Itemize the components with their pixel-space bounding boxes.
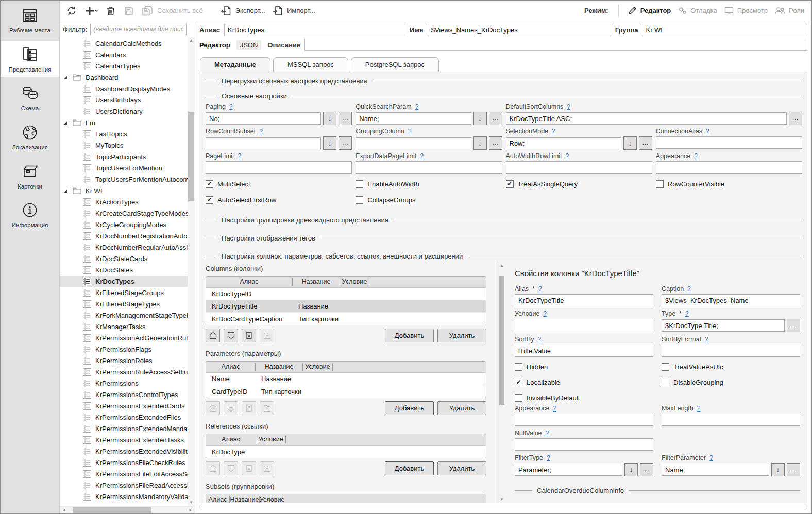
tree-item[interactable]: KrDocTypes xyxy=(60,276,188,287)
expander-icon[interactable] xyxy=(63,189,72,193)
filter-input[interactable] xyxy=(90,24,187,35)
document-button[interactable] xyxy=(242,329,256,342)
dropdown-button[interactable]: ↓ xyxy=(323,112,336,125)
column-type-input[interactable] xyxy=(662,319,785,332)
help-link[interactable]: ? xyxy=(415,103,419,110)
document-button[interactable] xyxy=(242,401,256,415)
tree-item[interactable]: KrForkManagementStageTypeMo xyxy=(60,310,188,321)
help-link[interactable]: ? xyxy=(705,336,708,343)
scrollbar-thumb[interactable] xyxy=(188,112,194,201)
table-row[interactable]: KrDocCardTypeCaptionТип карточки xyxy=(206,313,486,325)
badge-minus-button[interactable] xyxy=(224,401,238,415)
dropdown-button[interactable]: ↓ xyxy=(323,136,336,150)
help-link[interactable]: ? xyxy=(687,285,691,293)
alias-input[interactable] xyxy=(224,24,405,36)
column-header[interactable]: Условие xyxy=(303,363,333,371)
checkbox-EnableAutoWidth[interactable]: EnableAutoWidth xyxy=(356,180,502,188)
tree-item[interactable]: CalendarCalcMethods xyxy=(60,38,188,49)
tree-item[interactable]: TopicUsersForMentionAutocomp xyxy=(60,174,188,185)
quick-search-param-input[interactable] xyxy=(356,112,471,125)
table-row[interactable]: KrDocTypeTitleНазвание xyxy=(206,300,486,313)
tree-item[interactable]: UsersDictionary xyxy=(60,106,188,117)
tree-item[interactable]: TopicUsersForMention xyxy=(60,162,188,174)
help-link[interactable]: ? xyxy=(229,103,233,110)
ellipsis-button[interactable]: ... xyxy=(787,463,800,476)
checkbox-TreatAsSingleQuery[interactable]: ✔TreatAsSingleQuery xyxy=(506,180,652,188)
save-all-button[interactable]: Сохранить всё xyxy=(141,5,203,16)
scrollbar-thumb[interactable] xyxy=(499,276,504,405)
tree-item[interactable]: KrActionTypes xyxy=(60,196,188,208)
checkbox-AutoSelectFirstRow[interactable]: ✔AutoSelectFirstRow xyxy=(206,196,352,204)
description-input[interactable] xyxy=(304,39,807,51)
tree-item[interactable]: MyTopics xyxy=(60,140,188,151)
tree-item[interactable]: KrPermissionsExtendedMandator xyxy=(60,423,188,434)
scroll-right-icon[interactable]: ► xyxy=(187,508,195,512)
badge-plus-button[interactable] xyxy=(206,329,220,342)
selection-mode-input[interactable] xyxy=(506,137,621,149)
tree-item[interactable]: DashboardDisplayModes xyxy=(60,83,188,94)
sidebar-item-cards[interactable]: Карточки xyxy=(1,158,59,194)
column-header[interactable]: Название xyxy=(230,496,260,503)
dropdown-button[interactable]: ↓ xyxy=(771,463,785,476)
tree-item[interactable]: TopicParticipants xyxy=(60,151,188,162)
null-value-input[interactable] xyxy=(515,438,653,451)
column-header[interactable]: Название xyxy=(256,363,303,371)
help-link[interactable]: ? xyxy=(420,152,424,160)
help-link[interactable]: ? xyxy=(567,103,570,110)
checkbox-InvisibleByDefault[interactable]: InvisibleByDefault xyxy=(515,394,653,402)
tree-item[interactable]: KrFilteredStageTypes xyxy=(60,298,188,310)
tree-item[interactable]: KrPermissions xyxy=(60,378,188,389)
checkbox-Hidden[interactable]: Hidden xyxy=(515,363,653,371)
column-header[interactable]: Алиас xyxy=(206,436,256,443)
add-row-button[interactable]: Добавить xyxy=(385,401,434,415)
add-button[interactable] xyxy=(84,5,98,16)
properties-scrollbar[interactable]: ▲ ▼ xyxy=(498,263,505,503)
expander-icon[interactable] xyxy=(63,75,72,80)
scroll-down-icon[interactable]: ▼ xyxy=(500,496,504,503)
column-alias-input[interactable] xyxy=(515,294,653,306)
save-button[interactable] xyxy=(123,5,134,16)
column-header[interactable]: Алиас xyxy=(206,363,256,371)
ellipsis-button[interactable]: ... xyxy=(489,112,502,125)
name-input[interactable] xyxy=(428,24,611,36)
bottom-horizontal-scrollbar[interactable] xyxy=(199,504,807,510)
column-header[interactable]: Название xyxy=(293,278,340,286)
tree-item[interactable]: KrManagerTasks xyxy=(60,321,188,332)
paging-input[interactable] xyxy=(206,112,321,125)
tree-item[interactable]: KrDocNumberRegistrationAutoA xyxy=(60,230,188,242)
checkbox-DisableGrouping[interactable]: DisableGrouping xyxy=(662,379,800,386)
filter-type-input[interactable] xyxy=(515,464,622,476)
expander-icon[interactable] xyxy=(63,121,72,125)
tree-item[interactable]: KrPermissionAclGenerationRules xyxy=(60,332,188,344)
tree-item[interactable]: KrPermissionRuleAccessSettings xyxy=(60,366,188,378)
tree-item[interactable]: KrCreateCardStageTypeModes xyxy=(60,208,188,219)
scrollbar-thumb[interactable] xyxy=(73,507,151,513)
grouping-column-input[interactable] xyxy=(356,137,471,149)
tree-item[interactable]: KrPermissionsExtendedTasks xyxy=(60,434,188,446)
column-header[interactable]: Алиас xyxy=(206,496,230,503)
help-link[interactable]: ? xyxy=(408,128,412,135)
badge-minus-button[interactable] xyxy=(224,329,238,342)
dropdown-button[interactable]: ↓ xyxy=(473,112,487,125)
scroll-up-icon[interactable]: ▲ xyxy=(189,37,193,44)
table-row[interactable]: CardTypeIDТип карточки xyxy=(206,385,486,398)
tree-item[interactable]: KrPermissionsExtendedVisibility xyxy=(60,446,188,457)
page-limit-input[interactable] xyxy=(206,161,352,174)
help-link[interactable]: ? xyxy=(694,152,698,160)
tree-item[interactable]: KrPermissionsExtendedFiles xyxy=(60,412,188,423)
tree-vertical-scrollbar[interactable]: ▲ ▼ xyxy=(188,37,195,506)
tab-postgresql[interactable]: PostgreSQL запрос xyxy=(351,57,439,72)
tab-mssql[interactable]: MSSQL запрос xyxy=(273,57,348,72)
help-link[interactable]: ? xyxy=(238,152,242,160)
tree-item[interactable]: KrPermissionsControlTypes xyxy=(60,389,188,400)
tree-item[interactable]: KrFilteredStageGroups xyxy=(60,287,188,298)
dropdown-button[interactable]: ↓ xyxy=(473,136,487,150)
tree-item[interactable]: KrPermissionsExtendedCards xyxy=(60,400,188,412)
tree-item[interactable]: KrPermissionsMandatoryValidatic xyxy=(60,491,188,502)
filter-parameter-input[interactable] xyxy=(662,464,769,476)
row-count-subset-input[interactable] xyxy=(206,137,321,149)
table-row[interactable]: KrDocTypeID xyxy=(206,288,486,300)
tree-item[interactable]: KrDocNumberRegularAutoAssign xyxy=(60,242,188,253)
remove-row-button[interactable]: Удалить xyxy=(437,401,486,415)
tree-item[interactable]: UsersBirthdays xyxy=(60,94,188,106)
